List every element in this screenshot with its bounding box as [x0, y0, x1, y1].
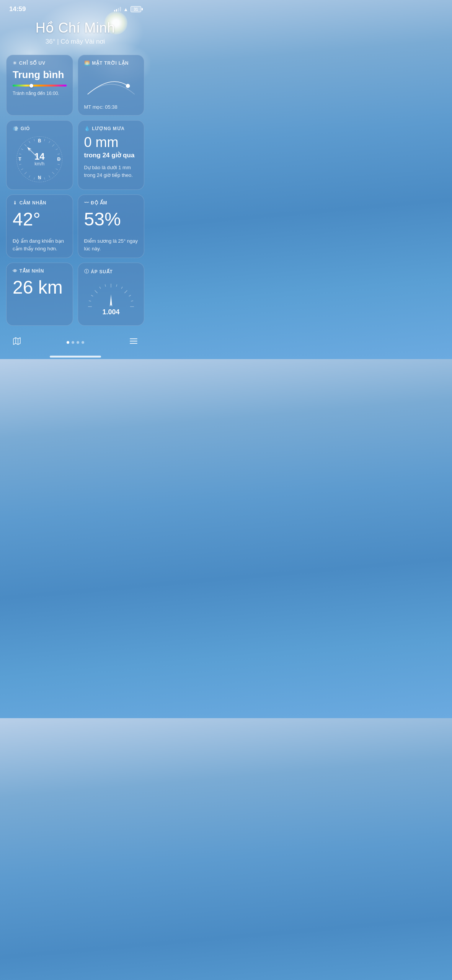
svg-line-20: [19, 154, 21, 155]
svg-line-36: [124, 291, 127, 293]
rain-icon: 💧: [84, 126, 90, 131]
compass-north-label: B: [38, 138, 41, 144]
wind-card-header: 💨 GIÓ: [13, 126, 67, 131]
status-bar: 14:59 ▲ 31: [0, 0, 150, 16]
svg-line-24: [34, 139, 35, 141]
compass-east-label: Đ: [57, 157, 61, 162]
svg-marker-40: [110, 294, 112, 307]
sunset-icon: 🌅: [84, 60, 90, 66]
svg-line-32: [105, 284, 106, 287]
sunset-curve-svg: [84, 69, 138, 100]
visibility-card-header: 👁 TẦM NHÌN: [13, 268, 67, 274]
compass: B N Đ T 14 km/h: [16, 136, 62, 182]
feel-card-header: 🌡 CẢM NHẬN: [13, 200, 67, 206]
home-indicator: [50, 356, 101, 358]
svg-line-4: [52, 144, 55, 147]
rain-note: Dự báo là dưới 1 mm trong 24 giờ tiếp th…: [84, 164, 138, 179]
page-dot-4[interactable]: [82, 341, 84, 344]
svg-line-18: [19, 164, 21, 165]
page-dot-2[interactable]: [72, 341, 74, 344]
map-button[interactable]: [12, 336, 21, 348]
pressure-card: ⓘ ÁP SUẤT: [78, 263, 145, 326]
uv-bar: [13, 85, 67, 87]
wind-card: 💨 GIÓ: [6, 120, 73, 190]
compass-south-label: N: [38, 175, 41, 180]
city-name: Hồ Chí Minh: [8, 20, 143, 36]
visibility-value: 26 km: [13, 277, 67, 298]
svg-line-10: [52, 172, 55, 174]
compass-west-label: T: [18, 157, 21, 162]
humidity-note: Điểm sương là 25° ngay lúc này.: [84, 237, 138, 252]
uv-note: Tránh nắng đến 16:00.: [13, 90, 67, 97]
svg-marker-42: [13, 338, 20, 345]
rain-card: 💧 LƯỢNG MƯA 0 mm trong 24 giờ qua Dự báo…: [78, 120, 145, 190]
uv-icon: ☀: [13, 60, 17, 66]
svg-line-17: [21, 169, 23, 170]
pressure-icon: ⓘ: [84, 268, 89, 275]
feel-note: Độ ẩm đang khiến bạn cảm thấy nóng hơn.: [13, 237, 67, 252]
svg-point-0: [126, 84, 130, 88]
svg-line-15: [29, 176, 30, 178]
svg-line-2: [44, 139, 45, 141]
list-button[interactable]: [129, 336, 138, 348]
svg-line-12: [44, 177, 45, 180]
svg-line-37: [129, 295, 131, 296]
svg-line-35: [121, 287, 122, 289]
svg-line-3: [49, 141, 50, 143]
uv-card-header: ☀ CHỈ SỐ UV: [13, 60, 67, 66]
svg-line-34: [116, 284, 117, 287]
svg-line-9: [56, 169, 58, 170]
page-dot-3[interactable]: [77, 341, 79, 344]
feel-temperature: 42°: [13, 209, 67, 230]
svg-line-29: [91, 295, 93, 296]
battery-icon: 31: [131, 6, 141, 12]
svg-line-23: [29, 141, 30, 143]
svg-line-11: [49, 176, 50, 178]
page-dot-1[interactable]: [67, 341, 69, 344]
svg-line-21: [21, 149, 23, 150]
svg-line-8: [58, 164, 60, 165]
sunset-card: 🌅 MẶT TRỜI LẶN MT mọc: 05:38: [78, 55, 145, 116]
humidity-card: 〰 ĐỘ ẨM 53% Điểm sương là 25° ngay lúc n…: [78, 194, 145, 258]
svg-line-31: [100, 287, 101, 289]
wind-speed: 14: [34, 152, 45, 161]
svg-line-28: [89, 301, 91, 301]
sunset-note: MT mọc: 05:38: [84, 104, 138, 110]
svg-line-30: [95, 291, 97, 293]
status-time: 14:59: [9, 5, 26, 13]
uv-dot: [29, 84, 33, 88]
svg-line-16: [24, 172, 27, 174]
bottom-nav: [0, 330, 150, 353]
sunset-card-header: 🌅 MẶT TRỜI LẶN: [84, 60, 138, 66]
svg-line-5: [56, 149, 58, 150]
humidity-value: 53%: [84, 209, 138, 230]
thermometer-icon: 🌡: [13, 200, 18, 206]
eye-icon: 👁: [13, 268, 18, 274]
rain-card-header: 💧 LƯỢNG MƯA: [84, 126, 138, 131]
feel-card: 🌡 CẢM NHẬN 42° Độ ẩm đang khiến bạn cảm …: [6, 194, 73, 258]
svg-text:1.004: 1.004: [102, 308, 119, 316]
visibility-card: 👁 TẦM NHÌN 26 km: [6, 263, 73, 326]
humidity-icon: 〰: [84, 200, 89, 206]
pressure-card-header: ⓘ ÁP SUẤT: [84, 268, 138, 275]
wind-icon: 💨: [13, 126, 19, 131]
uv-value: Trung bình: [13, 69, 67, 81]
cards-grid: ☀ CHỈ SỐ UV Trung bình Tránh nắng đến 16…: [0, 55, 150, 326]
svg-line-22: [24, 144, 27, 147]
pressure-gauge: 1.004: [84, 278, 138, 320]
weather-description: 36° | Có mây Vài nơi: [8, 38, 143, 46]
svg-line-6: [58, 154, 60, 155]
weather-header: Hồ Chí Minh 36° | Có mây Vài nơi: [0, 16, 150, 55]
signal-icon: [114, 7, 121, 11]
rain-amount: 0 mm: [84, 134, 138, 150]
svg-line-14: [34, 177, 35, 180]
page-dots: [67, 341, 84, 344]
rain-period: trong 24 giờ qua: [84, 151, 138, 159]
wifi-icon: ▲: [123, 7, 128, 12]
compass-speed-display: 14 km/h: [34, 152, 45, 167]
humidity-card-header: 〰 ĐỘ ẨM: [84, 200, 138, 206]
pressure-gauge-svg: 1.004: [84, 280, 138, 318]
compass-container: B N Đ T 14 km/h: [13, 134, 67, 184]
wind-unit: km/h: [34, 161, 45, 167]
status-icons: ▲ 31: [114, 6, 141, 12]
